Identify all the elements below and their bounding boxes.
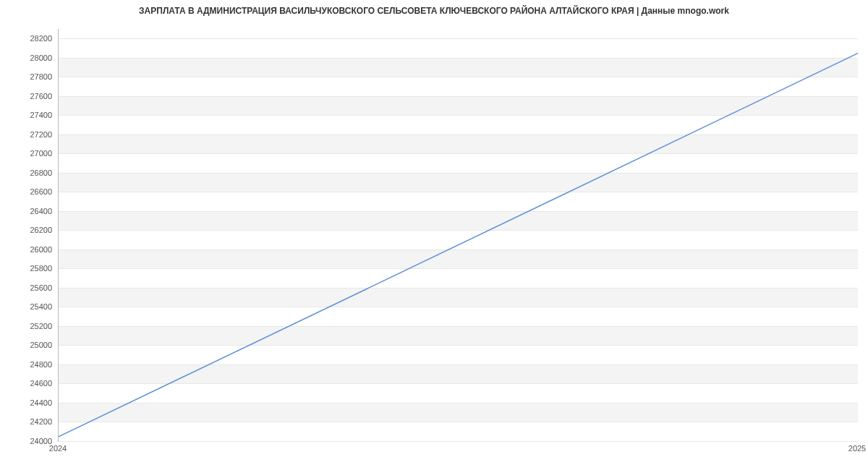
- y-tick-label: 27400: [9, 111, 52, 119]
- y-tick-label: 26800: [9, 168, 52, 177]
- x-tick-label: 2024: [49, 444, 67, 453]
- data-line: [59, 29, 858, 441]
- grid-line: [59, 441, 858, 442]
- y-tick-label: 24000: [9, 437, 52, 445]
- y-tick-label: 25200: [9, 322, 52, 330]
- y-tick-label: 26600: [9, 187, 52, 196]
- series-line: [59, 54, 858, 437]
- plot-area: [58, 29, 858, 442]
- y-tick-label: 26000: [9, 245, 52, 254]
- y-tick-label: 28000: [9, 54, 52, 62]
- y-tick-label: 25400: [9, 302, 52, 311]
- y-tick-label: 25000: [9, 341, 52, 349]
- y-tick-label: 24800: [9, 360, 52, 369]
- chart-container: ЗАРПЛАТА В АДМИНИСТРАЦИЯ ВАСИЛЬЧУКОВСКОГ…: [0, 0, 868, 470]
- y-tick-label: 25600: [9, 283, 52, 292]
- y-tick-label: 24600: [9, 379, 52, 388]
- chart-title: ЗАРПЛАТА В АДМИНИСТРАЦИЯ ВАСИЛЬЧУКОВСКОГ…: [0, 6, 868, 16]
- y-tick-label: 27200: [9, 130, 52, 139]
- y-tick-label: 26200: [9, 226, 52, 234]
- y-tick-label: 28200: [9, 34, 52, 43]
- y-tick-label: 25800: [9, 264, 52, 273]
- y-tick-label: 27600: [9, 92, 52, 101]
- y-tick-label: 27000: [9, 149, 52, 158]
- x-tick-label: 2025: [848, 444, 866, 453]
- y-tick-label: 24400: [9, 398, 52, 407]
- y-tick-label: 27800: [9, 72, 52, 81]
- y-tick-label: 24200: [9, 417, 52, 426]
- y-tick-label: 26400: [9, 207, 52, 215]
